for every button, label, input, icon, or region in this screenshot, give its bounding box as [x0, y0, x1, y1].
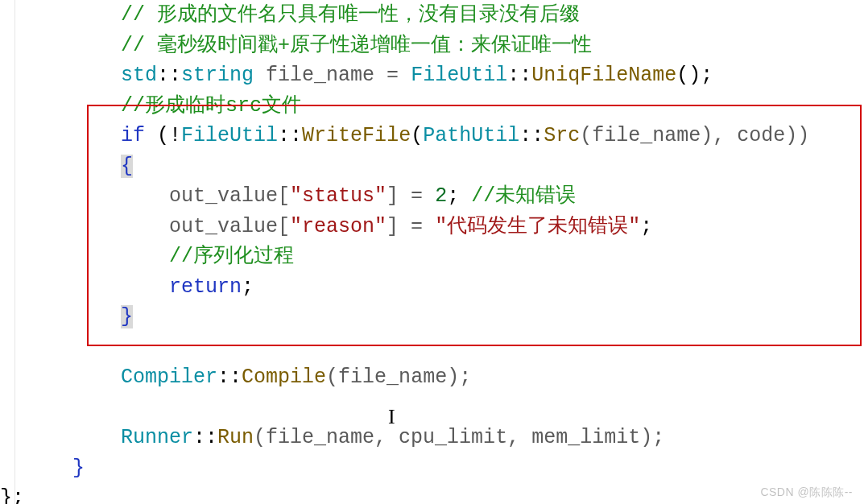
code-ident: (file_name);	[326, 366, 471, 389]
code-type: Runner	[121, 426, 193, 449]
code-punct: ::	[507, 64, 531, 87]
code-ident: (file_name), code))	[580, 124, 809, 147]
code-number: 2	[435, 184, 447, 208]
code-keyword: if	[121, 124, 145, 147]
code-func: Run	[217, 426, 254, 449]
code-comment: //未知错误	[471, 184, 576, 208]
indent	[0, 275, 169, 299]
code-func: Compile	[242, 366, 326, 389]
code-brace-close: }	[121, 305, 133, 328]
code-punct: ;	[447, 184, 471, 208]
code-ident: file_name =	[254, 64, 411, 87]
code-keyword: return	[169, 275, 242, 299]
indent	[0, 155, 121, 178]
indent	[0, 3, 121, 27]
code-string: "status"	[290, 184, 387, 208]
code-ident: out_value[	[169, 184, 290, 208]
code-punct: (!	[145, 124, 181, 147]
code-type: FileUtil	[181, 124, 278, 147]
code-comment: // 形成的文件名只具有唯一性，没有目录没有后缀	[121, 3, 580, 27]
indent	[0, 64, 121, 87]
indent	[0, 34, 121, 57]
code-func: UniqFileName	[531, 64, 676, 87]
indent	[0, 245, 169, 268]
code-ident: (file_name, cpu_limit, mem_limit);	[254, 426, 664, 449]
indent	[0, 305, 121, 328]
indent	[0, 94, 121, 118]
code-punct: ::	[278, 124, 302, 147]
code-func: Src	[544, 124, 580, 147]
code-type: Compiler	[121, 366, 217, 389]
code-block: // 形成的文件名只具有唯一性，没有目录没有后缀 // 毫秒级时间戳+原子性递增…	[0, 0, 864, 504]
indent	[0, 426, 121, 449]
code-punct: ;	[242, 275, 254, 299]
watermark: CSDN @陈陈陈--	[760, 484, 853, 501]
code-type: string	[181, 64, 254, 87]
indent	[0, 366, 121, 389]
indent	[0, 456, 72, 480]
code-comment: // 毫秒级时间戳+原子性递增唯一值：来保证唯一性	[121, 34, 592, 57]
code-type: PathUtil	[423, 124, 519, 147]
code-brace-close: }	[72, 456, 85, 480]
code-end: };	[0, 486, 24, 504]
code-brace-open: {	[121, 155, 133, 178]
code-string: "reason"	[290, 215, 387, 238]
code-punct: ::	[519, 124, 544, 147]
indent	[0, 215, 169, 238]
code-ident: out_value[	[169, 215, 290, 238]
code-punct: ::	[193, 426, 217, 449]
code-ident: ] =	[387, 215, 435, 238]
indent	[0, 124, 121, 147]
code-punct: ;	[640, 215, 652, 238]
code-punct: ::	[157, 64, 181, 87]
code-punct: (	[411, 124, 423, 147]
text-cursor-icon: I	[388, 401, 395, 432]
indent	[0, 184, 169, 208]
code-ident: ] =	[387, 184, 435, 208]
code-type: std	[121, 64, 157, 87]
code-string: "代码发生了未知错误"	[435, 215, 640, 238]
code-comment: //形成临时src文件	[121, 94, 302, 118]
code-punct: ();	[676, 64, 713, 87]
code-func: WriteFile	[302, 124, 411, 147]
code-type: FileUtil	[411, 64, 507, 87]
code-punct: ::	[217, 366, 242, 389]
code-comment: //序列化过程	[169, 245, 294, 268]
